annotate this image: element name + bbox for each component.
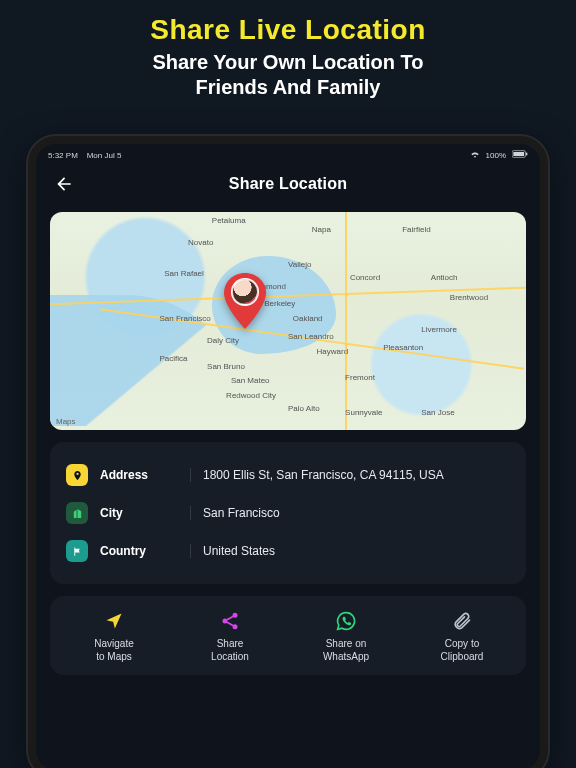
map-city-label: San Jose [421,408,454,417]
country-icon [66,540,88,562]
map-city-label: Novato [188,238,213,247]
map-city-label: San Mateo [231,376,270,385]
city-icon [66,502,88,524]
map-city-label: Antioch [431,273,458,282]
map-city-label: Petaluma [212,216,246,225]
svg-rect-1 [513,152,524,156]
whatsapp-icon [335,610,357,632]
map-city-label: Daly City [207,336,239,345]
info-value: 1800 Ellis St, San Francisco, CA 94115, … [203,468,444,482]
status-date: Mon Jul 5 [87,151,122,160]
info-row-country: Country United States [66,532,510,570]
separator [190,468,191,482]
map-view[interactable]: Petaluma Novato Napa Fairfield San Rafae… [50,212,526,430]
separator [190,506,191,520]
share-location-button[interactable]: Share Location [172,610,288,663]
promo-header: Share Live Location Share Your Own Locat… [0,0,576,108]
arrow-left-icon [54,174,74,194]
separator [190,544,191,558]
map-city-label: Sunnyvale [345,408,382,417]
paperclip-icon [451,610,473,632]
svg-point-5 [233,613,238,618]
flag-icon [72,546,83,557]
battery-icon [512,150,528,160]
svg-point-6 [233,624,238,629]
action-label: Share on WhatsApp [323,638,369,663]
content: Petaluma Novato Napa Fairfield San Rafae… [36,212,540,689]
map-city-label: Redwood City [226,391,276,400]
info-label: City [100,506,178,520]
map-city-label: San Francisco [159,314,210,323]
promo-subtitle: Share Your Own Location To Friends And F… [20,50,556,100]
action-label: Copy to Clipboard [441,638,484,663]
status-right: 100% [470,150,528,160]
pin-small-icon [72,470,83,481]
map-city-label: Oakland [293,314,323,323]
avatar [232,279,258,305]
location-pin[interactable] [223,273,267,329]
map-city-label: Fremont [345,373,375,382]
location-info-card: Address 1800 Ellis St, San Francisco, CA… [50,442,526,584]
map-attribution: Maps [56,417,76,426]
status-time: 5:32 PM [48,151,78,160]
status-bar: 5:32 PM Mon Jul 5 100% [36,144,540,160]
map-road [345,212,347,430]
map-city-label: Napa [312,225,331,234]
map-city-label: Pacifica [159,354,187,363]
info-label: Country [100,544,178,558]
promo-title: Share Live Location [20,14,556,46]
copy-clipboard-button[interactable]: Copy to Clipboard [404,610,520,663]
status-battery-text: 100% [486,151,506,160]
info-value: San Francisco [203,506,280,520]
map-city-label: Fairfield [402,225,430,234]
action-label: Share Location [211,638,249,663]
map-city-label: San Bruno [207,362,245,371]
info-label: Address [100,468,178,482]
status-left: 5:32 PM Mon Jul 5 [48,151,121,160]
map-city-label: Vallejo [288,260,311,269]
map-city-label: Berkeley [264,299,295,308]
svg-rect-2 [526,153,527,156]
info-row-city: City San Francisco [66,494,510,532]
map-city-label: Brentwood [450,293,488,302]
map-city-label: San Rafael [164,269,204,278]
info-value: United States [203,544,275,558]
map-city-label: Palo Alto [288,404,320,413]
nav-bar: Share Location [36,160,540,212]
map-city-label: Pleasanton [383,343,423,352]
back-button[interactable] [50,170,78,198]
map-city-label: Hayward [317,347,349,356]
navigate-icon [103,610,125,632]
map-city-label: Livermore [421,325,457,334]
share-icon [219,610,241,632]
building-icon [72,508,83,519]
tablet-frame: 5:32 PM Mon Jul 5 100% Share Location [28,136,548,768]
navigate-maps-button[interactable]: Navigate to Maps [56,610,172,663]
action-label: Navigate to Maps [94,638,133,663]
share-whatsapp-button[interactable]: Share on WhatsApp [288,610,404,663]
map-city-label: San Leandro [288,332,334,341]
map-city-label: Concord [350,273,380,282]
info-row-address: Address 1800 Ellis St, San Francisco, CA… [66,456,510,494]
wifi-icon [470,150,480,160]
address-icon [66,464,88,486]
svg-point-4 [223,619,228,624]
page-title: Share Location [36,175,540,193]
action-bar: Navigate to Maps Share Location Share on… [50,596,526,675]
